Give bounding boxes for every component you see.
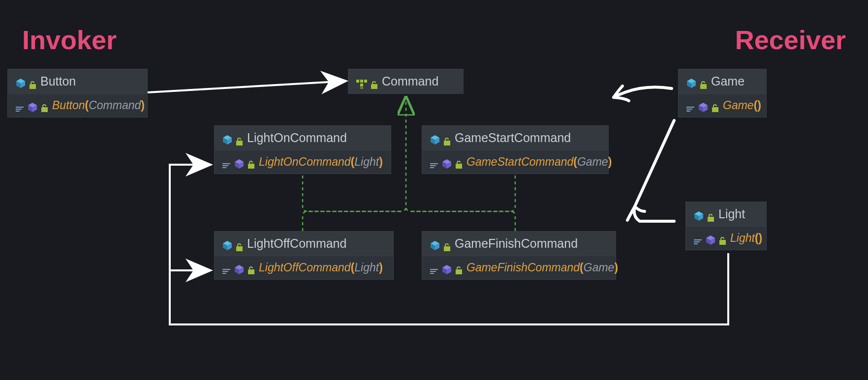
unlock-icon: [700, 78, 707, 86]
class-icon: [694, 209, 704, 219]
method-cube-icon: [698, 102, 708, 110]
class-header: Light: [686, 202, 766, 227]
constructor-signature: Button(Command): [52, 99, 145, 112]
method-lines-icon: [430, 264, 438, 271]
constructor-row: Button(Command): [8, 94, 147, 117]
receiver-scribble-light: [627, 120, 674, 221]
unlock-icon: [456, 264, 463, 272]
constructor-row: LightOnCommand(Light): [215, 150, 391, 174]
unlock-icon: [708, 210, 714, 218]
unlock-icon: [248, 158, 255, 166]
unlock-icon: [30, 78, 36, 86]
class-header: GameFinishCommand: [422, 232, 616, 256]
method-cube-icon: [442, 264, 452, 272]
method-cube-icon: [234, 264, 244, 272]
constructor-signature: LightOffCommand(Light): [259, 261, 383, 274]
class-header: GameStartCommand: [422, 126, 608, 150]
class-box-gamefinish: GameFinishCommand GameFinishCommand(Game…: [422, 231, 616, 280]
invoker-label: Invoker: [22, 25, 117, 55]
method-cube-icon: [28, 102, 37, 110]
class-icon: [222, 133, 232, 143]
method-lines-icon: [222, 264, 230, 271]
arrow-button-to-command: [148, 81, 344, 92]
method-lines-icon: [694, 235, 702, 242]
constructor-signature: Game(): [723, 99, 761, 112]
constructor-signature: Light(): [730, 232, 762, 245]
method-lines-icon: [430, 159, 438, 166]
unlock-icon: [371, 78, 378, 86]
unlock-icon: [236, 134, 243, 142]
method-cube-icon: [442, 158, 452, 166]
constructor-signature: LightOnCommand(Light): [259, 155, 383, 169]
method-lines-icon: [222, 159, 230, 166]
class-title: Button: [40, 74, 76, 88]
interface-box-command: Command: [348, 69, 464, 94]
receiver-label: Receiver: [735, 25, 846, 55]
method-cube-icon: [234, 158, 244, 166]
constructor-signature: GameFinishCommand(Game): [466, 261, 618, 274]
class-title: Light: [718, 207, 745, 221]
class-box-gamestart: GameStartCommand GameStartCommand(Game): [422, 125, 609, 174]
class-box-light: Light Light(): [685, 202, 767, 250]
class-icon: [430, 239, 440, 249]
class-header: LightOnCommand: [215, 126, 391, 150]
class-box-button: Button Button(Command): [7, 69, 148, 117]
class-icon: [430, 133, 440, 143]
inherit-gamefinish: [411, 211, 515, 231]
unlock-icon: [712, 102, 719, 110]
interface-header: Command: [348, 69, 463, 93]
constructor-row: GameFinishCommand(Game): [422, 256, 616, 279]
class-title: GameStartCommand: [455, 131, 571, 145]
constructor-signature: GameStartCommand(Game): [466, 155, 612, 169]
inherit-lightoff: [303, 211, 401, 231]
method-cube-icon: [706, 234, 715, 242]
interface-icon: [356, 77, 367, 86]
unlock-icon: [456, 158, 463, 166]
connectors-layer: [0, 0, 868, 380]
unlock-icon: [236, 240, 243, 248]
method-lines-icon: [16, 102, 24, 109]
method-lines-icon: [686, 102, 694, 109]
interface-title: Command: [382, 74, 438, 88]
class-title: GameFinishCommand: [455, 236, 578, 251]
constructor-row: Light(): [686, 227, 766, 250]
class-box-game: Game Game(): [678, 69, 767, 117]
unlock-icon: [41, 102, 48, 110]
constructor-row: GameStartCommand(Game): [422, 150, 608, 174]
class-header: LightOffCommand: [215, 232, 393, 256]
class-icon: [686, 77, 696, 87]
unlock-icon: [444, 134, 451, 142]
unlock-icon: [719, 234, 726, 242]
unlock-icon: [248, 264, 255, 272]
unlock-icon: [444, 240, 451, 248]
class-box-lightoff: LightOffCommand LightOffCommand(Light): [214, 231, 394, 280]
constructor-row: LightOffCommand(Light): [215, 256, 393, 279]
receiver-scribble-game: [614, 86, 672, 101]
class-title: LightOffCommand: [247, 236, 346, 251]
constructor-row: Game(): [679, 94, 766, 117]
class-icon: [16, 77, 26, 87]
class-header: Button: [8, 69, 147, 94]
inherit-gamestart: [406, 175, 515, 211]
class-box-lighton: LightOnCommand LightOnCommand(Light): [214, 125, 391, 174]
class-header: Game: [679, 69, 766, 94]
class-icon: [222, 239, 232, 249]
class-title: Game: [711, 74, 744, 88]
class-title: LightOnCommand: [247, 131, 347, 145]
